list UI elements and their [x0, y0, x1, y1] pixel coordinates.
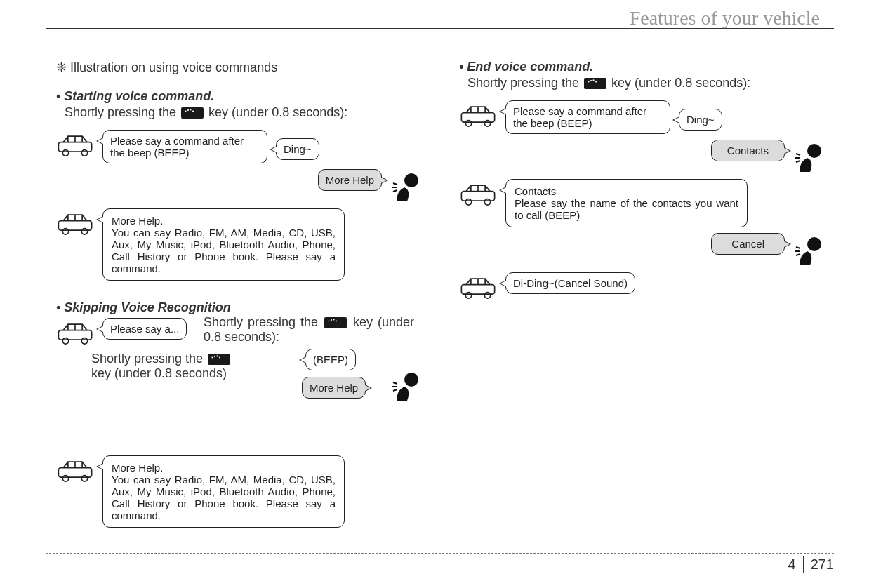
heading-end: • End voice command. — [459, 60, 827, 74]
car-icon — [56, 211, 94, 235]
bubble-ding-end: Ding~ — [679, 109, 722, 131]
end-row-1: Please say a command after the beep (BEE… — [459, 100, 827, 134]
page-header-title: Features of your vehicle — [630, 7, 820, 29]
car-icon — [56, 133, 94, 156]
svg-point-35 — [484, 199, 490, 205]
voice-key-icon — [584, 78, 606, 89]
start-row-morehelp: More Help — [56, 169, 424, 203]
car-icon — [459, 275, 497, 299]
bubble-end-detail-title: Contacts — [515, 185, 556, 197]
skip-text2-post: key (under 0.8 seconds) — [91, 366, 227, 380]
svg-point-27 — [465, 121, 471, 126]
bubble-end-detail-body: Please say the name of the contacts you … — [515, 197, 738, 221]
svg-point-22 — [81, 476, 87, 481]
svg-point-15 — [81, 338, 87, 344]
header-rule — [46, 28, 834, 29]
end-row-contacts: Contacts — [459, 140, 827, 173]
sub-start: Shortly pressing the key (under 0.8 seco… — [65, 105, 424, 120]
svg-point-2 — [81, 150, 87, 156]
sub-end: Shortly pressing the key (under 0.8 seco… — [467, 76, 827, 91]
bubble-start-detail-title: More Help. — [112, 215, 163, 227]
bubble-start-morehelp-detail: More Help. You can say Radio, FM, AM, Me… — [102, 208, 345, 281]
speaking-head-icon — [793, 140, 827, 173]
bubble-skip-detail-body: You can say Radio, FM, AM, Media, CD, US… — [112, 474, 336, 521]
button-more-help-skip: More Help — [302, 377, 366, 399]
skip-text1-pre: Shortly pressing the — [204, 315, 323, 329]
button-more-help-start: More Help — [318, 169, 382, 191]
bubble-end-contacts-detail: Contacts Please say the name of the cont… — [505, 179, 748, 227]
svg-point-32 — [807, 144, 821, 158]
bubble-skip-detail-title: More Help. — [112, 462, 163, 474]
bubble-skip-morehelp-detail: More Help. You can say Radio, FM, AM, Me… — [102, 455, 345, 528]
speaking-head-icon — [390, 169, 424, 203]
skip-block: Please say a... Shortly pressing the key… — [56, 318, 424, 455]
bubble-cancel-sound: Di-Ding~(Cancel Sound) — [505, 272, 635, 294]
end-row-cancel-sound: Di-Ding~(Cancel Sound) — [459, 272, 827, 299]
intro-text: ❈ Illustration on using voice commands — [56, 60, 424, 75]
skip-text-1: Shortly pressing the key (under 0.8 seco… — [204, 315, 414, 345]
start-row-2: More Help. You can say Radio, FM, AM, Me… — [56, 208, 424, 281]
car-icon — [56, 321, 94, 345]
button-contacts: Contacts — [711, 140, 785, 161]
page-number: 271 — [803, 556, 834, 573]
bubble-beep: (BEEP) — [305, 349, 356, 370]
end-row-cancel: Cancel — [459, 233, 827, 267]
voice-key-icon — [324, 317, 347, 328]
svg-point-42 — [484, 293, 490, 298]
end-row-2: Contacts Please say the name of the cont… — [459, 179, 827, 227]
svg-point-19 — [404, 373, 418, 387]
svg-point-28 — [484, 121, 490, 126]
start-row-1: Please say a command after the beep (BEE… — [56, 130, 424, 163]
svg-point-8 — [62, 229, 68, 234]
svg-point-34 — [465, 199, 471, 205]
page-columns: ❈ Illustration on using voice commands •… — [56, 60, 827, 533]
page-footer: 4 271 — [46, 553, 834, 573]
heading-start: • Starting voice command. — [56, 89, 424, 104]
button-cancel: Cancel — [711, 233, 785, 255]
svg-point-39 — [807, 237, 821, 251]
car-icon — [459, 182, 497, 206]
bubble-ding-start: Ding~ — [276, 138, 319, 160]
svg-point-9 — [81, 229, 87, 234]
car-icon — [56, 458, 94, 482]
chapter-number: 4 — [788, 556, 796, 573]
svg-point-14 — [62, 338, 68, 344]
heading-skip: • Skipping Voice Recognition — [56, 300, 424, 315]
skip-row-2: More Help. You can say Radio, FM, AM, Me… — [56, 455, 424, 528]
voice-key-icon — [181, 107, 204, 119]
svg-point-41 — [465, 293, 471, 298]
bubble-start-detail-body: You can say Radio, FM, AM, Media, CD, US… — [112, 227, 336, 274]
bubble-please-say: Please say a... — [102, 318, 187, 340]
svg-point-21 — [62, 476, 68, 481]
bubble-start-prompt: Please say a command after the beep (BEE… — [102, 130, 267, 163]
left-column: ❈ Illustration on using voice commands •… — [56, 60, 424, 533]
svg-point-1 — [62, 150, 68, 156]
car-icon — [459, 103, 497, 127]
bubble-end-prompt: Please say a command after the beep (BEE… — [505, 100, 670, 134]
voice-key-icon — [208, 354, 230, 365]
skip-text-2: Shortly pressing the key (under 0.8 seco… — [91, 352, 274, 381]
right-column: • End voice command. Shortly pressing th… — [459, 60, 827, 533]
speaking-head-icon — [793, 233, 827, 267]
svg-point-6 — [404, 173, 418, 187]
skip-text2-pre: Shortly pressing the — [91, 352, 206, 366]
speaking-head-icon — [390, 368, 424, 402]
